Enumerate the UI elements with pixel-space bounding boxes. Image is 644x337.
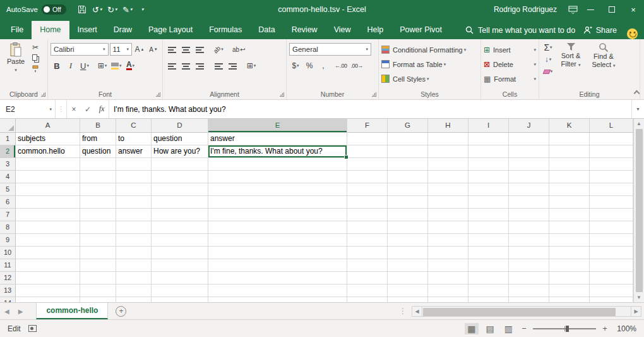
cell-C9[interactable] — [116, 234, 152, 247]
cell-I1[interactable] — [468, 133, 509, 145]
bold-button[interactable]: B — [51, 59, 63, 72]
cell-E6[interactable] — [208, 196, 347, 209]
cell-B13[interactable] — [80, 285, 116, 297]
cell-E13[interactable] — [208, 285, 347, 297]
cell-I6[interactable] — [468, 196, 509, 209]
cell-D9[interactable] — [152, 234, 208, 247]
tab-review[interactable]: Review — [283, 21, 326, 39]
tab-page-layout[interactable]: Page Layout — [140, 21, 201, 39]
cell-C2[interactable]: answer — [116, 145, 152, 158]
cell-K12[interactable] — [549, 272, 590, 285]
cell-J11[interactable] — [509, 259, 549, 272]
cell-A5[interactable] — [16, 183, 80, 196]
cell-F11[interactable] — [347, 259, 388, 272]
fill-button[interactable]: ↓▾ — [542, 54, 554, 65]
cell-D13[interactable] — [152, 285, 208, 297]
cell-A11[interactable] — [16, 259, 80, 272]
row-header-9[interactable]: 9 — [0, 234, 16, 247]
cell-E4[interactable] — [208, 171, 347, 183]
column-header-E[interactable]: E — [208, 119, 347, 133]
cell-K5[interactable] — [549, 183, 590, 196]
cell-F13[interactable] — [347, 285, 388, 297]
cell-F5[interactable] — [347, 183, 388, 196]
cell-D11[interactable] — [152, 259, 208, 272]
cell-J8[interactable] — [509, 221, 549, 234]
tab-file[interactable]: File — [3, 21, 32, 39]
redo-button[interactable]: ↻▾ — [105, 2, 119, 17]
currency-button[interactable]: $▾ — [289, 59, 302, 72]
align-bottom-button[interactable] — [193, 43, 206, 56]
autosum-button[interactable]: Σ▾ — [542, 42, 554, 53]
zoom-out-button[interactable]: − — [520, 324, 528, 333]
cell-C5[interactable] — [116, 183, 152, 196]
clipboard-dialog-launcher[interactable] — [41, 92, 45, 97]
cut-button[interactable]: ✂ — [29, 43, 42, 52]
scroll-left-icon[interactable]: ◀ — [412, 306, 422, 317]
cell-K11[interactable] — [549, 259, 590, 272]
cell-G14[interactable] — [388, 297, 428, 302]
cell-F2[interactable] — [347, 145, 388, 158]
cell-D4[interactable] — [152, 171, 208, 183]
tab-draw[interactable]: Draw — [105, 21, 140, 39]
number-format-select[interactable]: General ▾ — [289, 43, 371, 56]
row-header-7[interactable]: 7 — [0, 209, 16, 221]
cell-H2[interactable] — [428, 145, 468, 158]
column-header-H[interactable]: H — [428, 119, 468, 133]
share-button[interactable]: Share — [583, 21, 617, 39]
decrease-font-button[interactable]: A▼ — [147, 43, 160, 56]
cell-B8[interactable] — [80, 221, 116, 234]
tab-help[interactable]: Help — [359, 21, 392, 39]
save-button[interactable] — [75, 2, 89, 17]
underline-button[interactable]: U▾ — [78, 59, 91, 72]
borders-button[interactable]: ⊞▾ — [96, 59, 109, 72]
cell-E9[interactable] — [208, 234, 347, 247]
cell-C1[interactable]: to — [116, 133, 152, 145]
select-all-corner[interactable] — [0, 119, 16, 133]
horizontal-scroll-track[interactable] — [422, 306, 631, 317]
cell-B2[interactable]: question — [80, 145, 116, 158]
cell-K8[interactable] — [549, 221, 590, 234]
italic-button[interactable]: I — [64, 59, 77, 72]
orientation-button[interactable]: ab▾ — [212, 43, 225, 56]
cell-I13[interactable] — [468, 285, 509, 297]
cell-A13[interactable] — [16, 285, 80, 297]
cell-I2[interactable] — [468, 145, 509, 158]
number-dialog-launcher[interactable] — [372, 92, 376, 97]
cell-C10[interactable] — [116, 247, 152, 259]
name-box[interactable]: E2 ▾ — [0, 100, 56, 118]
cell-E14[interactable] — [208, 297, 347, 302]
cell-G2[interactable] — [388, 145, 428, 158]
cell-J9[interactable] — [509, 234, 549, 247]
cell-A10[interactable] — [16, 247, 80, 259]
cell-K10[interactable] — [549, 247, 590, 259]
cell-G6[interactable] — [388, 196, 428, 209]
format-cells-button[interactable]: ▦ Format ▾ — [484, 72, 536, 85]
cell-C11[interactable] — [116, 259, 152, 272]
cell-D7[interactable] — [152, 209, 208, 221]
cell-B10[interactable] — [80, 247, 116, 259]
cell-I5[interactable] — [468, 183, 509, 196]
cell-I11[interactable] — [468, 259, 509, 272]
font-color-button[interactable]: A▾ — [124, 59, 137, 72]
vertical-scroll-thumb[interactable] — [636, 129, 643, 292]
cell-J14[interactable] — [509, 297, 549, 302]
row-header-11[interactable]: 11 — [0, 259, 16, 272]
paste-button[interactable]: Paste ▾ — [3, 42, 29, 89]
cell-styles-button[interactable]: Cell Styles ▾ — [381, 72, 478, 85]
cell-J12[interactable] — [509, 272, 549, 285]
font-size-select[interactable]: 11 ▾ — [110, 43, 132, 56]
cell-H11[interactable] — [428, 259, 468, 272]
cell-J1[interactable] — [509, 133, 549, 145]
cell-K6[interactable] — [549, 196, 590, 209]
cell-C14[interactable] — [116, 297, 152, 302]
cell-A1[interactable]: subjects — [16, 133, 80, 145]
cell-E8[interactable] — [208, 221, 347, 234]
tell-me-box[interactable]: Tell me what you want to do — [465, 21, 575, 39]
cell-J10[interactable] — [509, 247, 549, 259]
tab-formulas[interactable]: Formulas — [201, 21, 250, 39]
cell-G8[interactable] — [388, 221, 428, 234]
align-middle-button[interactable] — [179, 43, 192, 56]
cell-H7[interactable] — [428, 209, 468, 221]
cell-G9[interactable] — [388, 234, 428, 247]
cell-B12[interactable] — [80, 272, 116, 285]
